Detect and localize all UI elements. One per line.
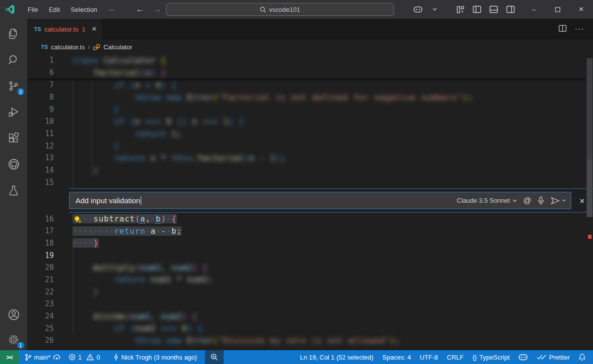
code-text: if (n < 0) { [73,80,177,90]
close-window-button[interactable]: × [569,0,593,19]
code-line-12[interactable]: 12 } [27,140,593,152]
code-line-20[interactable]: 20 multiply(num1, num2) { [27,261,593,274]
breadcrumb-symbol[interactable]: Calculator [103,43,132,51]
testing-icon[interactable] [6,183,22,197]
code-line-7[interactable]: 7 if (n < 0) { [27,79,593,91]
scrollbar-slider-segment[interactable] [587,159,593,217]
code-editor[interactable]: 7 if (n < 0) {8 throw new Error("Factori… [27,54,593,350]
code-line-8[interactable]: 8 throw new Error("Factorial is not defi… [27,91,593,104]
code-text: return n * this.factorial(n - 1); [73,153,286,163]
tab-close-icon[interactable]: × [92,25,96,34]
code-line-18[interactable]: 18····} [27,237,593,250]
notifications-bell-item[interactable] [574,350,590,364]
chevron-down-icon[interactable] [427,3,442,16]
cursor-position-item[interactable]: Ln 19, Col 1 (52 selected) [295,350,378,364]
github-icon[interactable] [6,157,22,171]
code-action-lightbulb-icon[interactable] [74,216,82,224]
chevron-down-icon [513,199,517,202]
minimize-button[interactable]: – [522,0,546,19]
send-button[interactable] [551,197,566,205]
toggle-sidebar-icon[interactable] [470,3,484,16]
code-text: if (num2 === 0) { [73,324,202,333]
code-line-21[interactable]: 21 return num1 * num2; [27,274,593,286]
indentation-item[interactable]: Spaces: 4 [378,350,415,364]
copilot-icon[interactable] [410,3,425,16]
remote-indicator[interactable]: >< [0,350,19,364]
code-line-9[interactable]: 9 } [27,103,593,115]
typescript-file-icon: TS [34,26,41,32]
text-cursor [141,196,142,205]
tab-calculator-ts[interactable]: TS calculator.ts 1 × [27,19,102,39]
settings-gear-icon[interactable]: 1 [6,332,22,346]
zoom-status-item[interactable] [205,350,224,364]
code-text: factorial(n) { [73,68,166,77]
code-line-19[interactable]: 19 [27,249,593,261]
maximize-button[interactable] [546,0,569,19]
explorer-icon[interactable] [6,27,22,40]
git-branch-icon [25,354,32,361]
source-control-icon[interactable]: 3 [6,79,22,93]
run-debug-icon[interactable] [6,105,22,119]
code-line-17[interactable]: 17········return·a·-·b; [27,225,593,237]
code-line-6[interactable]: 6 factorial(n) { [27,67,586,79]
code-line-11[interactable]: 11 return 1; [27,128,593,140]
line-number: 6 [27,68,54,77]
code-line-13[interactable]: 13 return n * this.factorial(n - 1); [27,152,593,164]
code-text: ····subtract(a,·b)·{ [73,214,177,223]
language-mode-item[interactable]: {} TypeScript [468,350,514,364]
double-check-icon [537,354,547,360]
code-line-1[interactable]: 1class Calculator { [27,54,586,67]
code-line-26[interactable]: 26 throw new Error("Division by zero is … [27,334,593,347]
menu-more[interactable]: ··· [103,3,120,16]
line-number: 20 [27,263,54,272]
code-line-16[interactable]: 16····subtract(a,·b)·{ [27,213,593,225]
code-line-10[interactable]: 10 if (n === 0 || n === 1) { [27,115,593,128]
menu-edit[interactable]: Edit [43,3,65,16]
title-bar: File Edit Selection ··· ← → vscode101 [0,0,593,19]
cloud-upload-icon [53,354,61,361]
microphone-icon[interactable] [538,196,544,205]
line-number: 11 [27,129,54,138]
menu-file[interactable]: File [22,3,43,16]
breadcrumb-file[interactable]: calculator.ts [51,43,85,51]
encoding-item[interactable]: UTF-8 [415,350,442,364]
inline-chat-input[interactable]: Add input validation Claude 3.5 Sonnet @ [69,192,571,209]
code-line-23[interactable]: 23 [27,298,593,310]
vertical-scrollbar[interactable] [586,54,593,350]
command-center-search[interactable]: vscode101 [166,3,394,16]
model-picker[interactable]: Claude 3.5 Sonnet [457,197,517,204]
search-sidebar-icon[interactable] [6,53,22,67]
code-line-14[interactable]: 14 } [27,164,593,177]
code-line-22[interactable]: 22 } [27,286,593,298]
git-commit-icon [113,353,119,361]
problems-status-item[interactable]: 1 0 [65,350,104,364]
extensions-icon[interactable] [6,131,22,145]
toggle-panel-icon[interactable] [486,3,501,16]
split-editor-icon[interactable] [558,25,567,34]
menu-selection[interactable]: Selection [65,3,102,16]
forward-arrow-icon[interactable]: → [149,4,166,14]
breadcrumb-separator: › [88,43,90,51]
copilot-status-item[interactable] [514,350,532,364]
inline-chat-value: Add input validation [76,196,140,205]
branch-status-item[interactable]: main* [21,350,65,364]
zoom-in-icon [210,353,218,361]
code-text: multiply(num1, num2) { [73,263,208,272]
customize-layout-icon[interactable] [453,3,468,16]
more-actions-icon[interactable]: ··· [575,25,584,34]
back-arrow-icon[interactable]: ← [131,4,149,14]
code-line-24[interactable]: 24 divide(num1, num2) { [27,310,593,323]
accounts-icon[interactable] [6,308,22,322]
code-text: return 1; [73,129,182,139]
code-line-15[interactable]: 15 [27,177,593,189]
blame-status-item[interactable]: Nick Trogh (3 months ago) [109,350,201,364]
line-number: 16 [27,215,54,223]
toggle-secondary-sidebar-icon[interactable] [503,3,518,16]
code-line-25[interactable]: 25 if (num2 === 0) { [27,322,593,334]
sticky-scroll[interactable]: 1class Calculator {6 factorial(n) { [27,54,586,78]
formatter-status-item[interactable]: Prettier [532,350,574,364]
eol-item[interactable]: CRLF [442,350,468,364]
attach-context-button[interactable]: @ [523,196,531,205]
code-text: class Calculator { [73,56,166,65]
vscode-logo [4,4,15,15]
